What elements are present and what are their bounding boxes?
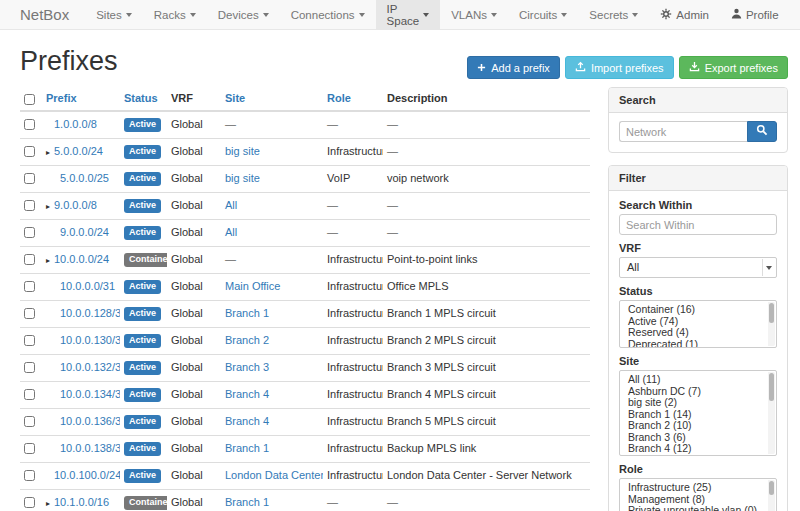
row-checkbox[interactable] [24,362,35,373]
scrollbar-thumb[interactable] [769,373,774,401]
prefix-link[interactable]: 5.0.0.0/24 [54,145,103,157]
navbar-item-connections[interactable]: Connections [280,0,376,29]
row-checkbox[interactable] [24,200,35,211]
filter-option[interactable]: Infrastructure (25) [620,482,766,494]
prefix-link[interactable]: 10.0.100.0/24 [54,469,120,481]
site-link[interactable]: Branch 4 [225,415,269,427]
logout-link[interactable]: Log out [790,0,800,29]
row-checkbox[interactable] [24,497,35,508]
column-header-prefix[interactable]: Prefix [46,92,77,104]
filter-option[interactable]: Branch 5 (7) [620,455,766,457]
row-checkbox[interactable] [24,254,35,265]
description-cell: Office MPLS [383,273,590,300]
scrollbar[interactable] [768,480,775,511]
filter-option[interactable]: Reserved (4) [620,327,766,339]
table-row: ▸10.0.0.128/31 Active Global Branch 1 In… [20,300,590,327]
scrollbar[interactable] [768,372,775,454]
navbar-item-devices[interactable]: Devices [207,0,280,29]
prefix-link[interactable]: 10.0.0.130/31 [60,334,120,346]
row-checkbox[interactable] [24,335,35,346]
site-link[interactable]: big site [225,172,260,184]
navbar-item-vlans[interactable]: VLANs [440,0,508,29]
filter-option[interactable]: Container (16) [620,304,766,316]
add-prefix-button[interactable]: Add a prefix [467,56,560,79]
filter-option[interactable]: Branch 4 (12) [620,443,766,455]
import-prefixes-button[interactable]: Import prefixes [565,56,674,79]
admin-link[interactable]: Admin [649,0,720,29]
table-row: ▸10.1.0.0/16 Container Global Branch 1 —… [20,489,590,511]
prefix-link[interactable]: 10.0.0.0/24 [54,253,109,265]
profile-link[interactable]: Profile [720,0,790,29]
vrf-select[interactable]: All [619,257,777,278]
row-checkbox[interactable] [24,470,35,481]
site-link[interactable]: Branch 4 [225,388,269,400]
column-header-role[interactable]: Role [327,92,351,104]
role-filter-list[interactable]: Infrastructure (25)Management (8)Private… [619,478,777,511]
role-cell: Infrastructure [323,462,383,489]
site-link[interactable]: Branch 2 [225,334,269,346]
navbar-item-circuits[interactable]: Circuits [508,0,578,29]
vrf-cell: Global [167,462,221,489]
chevron-down-icon [561,13,567,17]
prefix-link[interactable]: 5.0.0.0/25 [60,172,109,184]
site-link[interactable]: All [225,226,237,238]
prefix-link[interactable]: 9.0.0.0/24 [60,226,109,238]
prefix-link[interactable]: 10.0.0.136/31 [60,415,120,427]
site-filter-list[interactable]: All (11)Ashburn DC (7)big site (2)Branch… [619,370,777,456]
column-header-status[interactable]: Status [124,92,158,104]
brand-logo[interactable]: NetBox [0,0,85,29]
filter-option[interactable]: Private unrouteable vlan (0) [620,505,766,511]
role-cell: Infrastructure [323,138,383,165]
scrollbar-thumb[interactable] [769,303,774,323]
prefix-link[interactable]: 10.0.0.0/31 [60,280,115,292]
prefix-link[interactable]: 10.0.0.134/31 [60,388,120,400]
site-link[interactable]: London Data Center [225,469,323,481]
row-checkbox[interactable] [24,227,35,238]
row-checkbox[interactable] [24,281,35,292]
site-link[interactable]: All [225,199,237,211]
row-checkbox[interactable] [24,416,35,427]
prefix-link[interactable]: 10.0.0.132/31 [60,361,120,373]
site-link[interactable]: Branch 1 [225,307,269,319]
prefix-link[interactable]: 10.1.0.0/16 [54,496,109,508]
export-prefixes-button[interactable]: Export prefixes [679,56,788,79]
prefix-link[interactable]: 10.0.0.128/31 [60,307,120,319]
status-filter-list[interactable]: Container (16)Active (74)Reserved (4)Dep… [619,300,777,348]
site-cell: — [221,246,323,273]
navbar-item-sites[interactable]: Sites [85,0,143,29]
vrf-cell: Global [167,408,221,435]
filter-option[interactable]: Branch 2 (10) [620,420,766,432]
status-badge: Active [124,172,161,186]
site-link[interactable]: Branch 3 [225,361,269,373]
site-link[interactable]: Main Office [225,280,280,292]
table-header-row: Prefix Status VRF Site Role Description [20,87,590,111]
column-header-site[interactable]: Site [225,92,245,104]
navbar-item-racks[interactable]: Racks [143,0,207,29]
filter-option[interactable]: All (11) [620,374,766,386]
filter-option[interactable]: Deprecated (1) [620,339,766,349]
row-checkbox[interactable] [24,443,35,454]
site-link[interactable]: big site [225,145,260,157]
site-link[interactable]: Branch 1 [225,442,269,454]
prefix-link[interactable]: 10.0.0.138/31 [60,442,120,454]
row-checkbox[interactable] [24,173,35,184]
admin-label: Admin [676,9,709,21]
row-checkbox[interactable] [24,389,35,400]
navbar-item-secrets[interactable]: Secrets [578,0,649,29]
row-checkbox[interactable] [24,308,35,319]
filter-option[interactable]: big site (2) [620,397,766,409]
row-checkbox[interactable] [24,119,35,130]
search-button[interactable] [747,121,777,142]
site-link[interactable]: Branch 1 [225,496,269,508]
prefix-link[interactable]: 9.0.0.0/8 [54,199,97,211]
select-all-checkbox[interactable] [24,94,35,105]
scrollbar[interactable] [768,302,775,346]
scrollbar-thumb[interactable] [769,481,774,495]
prefix-link[interactable]: 1.0.0.0/8 [54,118,97,130]
search-input[interactable] [619,121,747,142]
search-within-input[interactable] [619,214,777,235]
row-checkbox[interactable] [24,146,35,157]
vrf-cell: Global [167,327,221,354]
navbar-item-ip-space[interactable]: IP Space [376,0,441,29]
navbar-item-label: Racks [154,9,186,21]
